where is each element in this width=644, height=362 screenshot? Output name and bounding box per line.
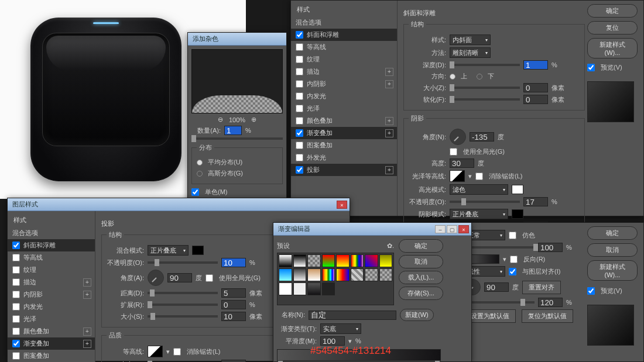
style-dropdown[interactable]: 内斜面▾ — [450, 35, 491, 45]
sh-mode-dropdown[interactable]: 正片叠底▾ — [450, 209, 508, 219]
chk-go2[interactable] — [12, 340, 20, 347]
cancel-button[interactable]: 取消 — [399, 255, 443, 268]
smooth-input[interactable] — [320, 336, 345, 346]
save-button[interactable]: 存储(S)... — [399, 287, 443, 300]
radio-uniform[interactable] — [197, 160, 203, 166]
style-satin[interactable]: 光泽 — [291, 102, 397, 115]
style-pat-overlay[interactable]: 图案叠加 — [291, 139, 397, 151]
make-default-button[interactable]: 设置为默认值 — [464, 309, 516, 323]
antialias-chk[interactable] — [173, 348, 181, 356]
hl-color[interactable] — [512, 185, 523, 194]
soften-input[interactable] — [523, 95, 548, 104]
scale-input[interactable] — [538, 298, 563, 307]
reverse-chk[interactable] — [510, 256, 518, 263]
style-inner-glow[interactable]: 内发光 — [291, 90, 397, 102]
chk-ig2[interactable] — [12, 303, 20, 311]
angle-dial[interactable] — [450, 129, 466, 145]
altitude-input[interactable] — [450, 158, 474, 168]
chk-satin[interactable] — [296, 105, 303, 112]
close-icon[interactable]: × — [337, 201, 347, 209]
contour-picker[interactable] — [148, 346, 163, 357]
style-blend-options[interactable]: 混合选项 — [8, 227, 95, 239]
chk-satin2[interactable] — [12, 315, 20, 323]
add-icon[interactable]: + — [385, 68, 393, 76]
ok-button[interactable]: 确定 — [587, 4, 638, 18]
go-opacity-slider[interactable] — [464, 246, 535, 249]
angle-input[interactable] — [167, 273, 192, 282]
zoom-out-icon[interactable]: ⊖ — [218, 116, 223, 123]
chk-is2[interactable] — [12, 291, 20, 298]
chk-innershadow[interactable] — [296, 80, 303, 88]
size-input[interactable] — [523, 83, 548, 92]
style-satin[interactable]: 光泽 — [8, 313, 95, 325]
preview-chk[interactable] — [587, 287, 595, 295]
name-input[interactable] — [309, 311, 396, 320]
new-button[interactable]: 新建(W) — [400, 309, 434, 321]
distance-input[interactable] — [221, 288, 246, 298]
dither-chk[interactable] — [509, 232, 516, 239]
style-drop-shadow[interactable]: 投影+ — [291, 164, 397, 176]
size-slider[interactable] — [148, 315, 218, 318]
size-slider[interactable] — [450, 87, 520, 89]
hl-opacity-slider[interactable] — [450, 201, 520, 203]
chk-contour2[interactable] — [12, 254, 20, 261]
radio-gaussian[interactable] — [197, 171, 203, 177]
hl-opacity-input[interactable] — [523, 197, 548, 206]
reset-default-button[interactable]: 复位为默认值 — [522, 309, 573, 323]
add-icon[interactable]: + — [385, 166, 393, 174]
style-stroke[interactable]: 描边+ — [8, 276, 95, 288]
chk-stroke[interactable] — [296, 68, 303, 75]
angle-dial[interactable] — [148, 270, 164, 286]
chevron-down-icon[interactable]: ▾ — [166, 348, 170, 356]
global-light-chk[interactable] — [205, 274, 213, 282]
style-color-overlay[interactable]: 颜色叠加+ — [291, 115, 397, 127]
add-icon[interactable]: + — [83, 278, 91, 287]
chk-co2[interactable] — [12, 327, 20, 335]
amount-slider[interactable] — [191, 137, 283, 140]
style-blend-options[interactable]: 混合选项 — [291, 16, 397, 29]
go-angle-input[interactable] — [484, 282, 509, 292]
spread-slider[interactable] — [148, 304, 218, 306]
style-grad-overlay[interactable]: 渐变叠加+ — [291, 127, 397, 139]
chevron-down-icon[interactable]: ▾ — [503, 256, 506, 263]
gear-icon[interactable]: ✿. — [387, 242, 394, 250]
chk-contour[interactable] — [296, 43, 303, 51]
reset-button[interactable]: 复位 — [587, 21, 638, 35]
angle-input[interactable] — [470, 132, 494, 142]
style-bevel[interactable]: 斜面和浮雕 — [8, 239, 95, 251]
chk-gradoverlay[interactable] — [296, 129, 303, 137]
add-icon[interactable]: + — [385, 129, 393, 137]
style-contour[interactable]: 等高线 — [291, 41, 397, 53]
hl-mode-dropdown[interactable]: 滤色▾ — [450, 184, 508, 195]
ok-button[interactable]: 确定 — [399, 239, 443, 253]
chk-dropshadow[interactable] — [296, 166, 303, 174]
opacity-slider[interactable] — [148, 261, 218, 264]
add-icon[interactable]: + — [83, 340, 91, 348]
chk-stroke2[interactable] — [12, 278, 20, 286]
chk-bevel[interactable] — [296, 31, 303, 39]
titlebar[interactable]: 渐变编辑器 – ▢ × — [273, 223, 471, 236]
style-stroke[interactable]: 描边+ — [291, 65, 397, 78]
add-icon[interactable]: + — [385, 80, 393, 88]
chk-outerglow[interactable] — [296, 154, 303, 161]
chk-patoverlay[interactable] — [296, 142, 303, 149]
sh-color[interactable] — [512, 209, 523, 219]
chk-texture2[interactable] — [12, 266, 20, 274]
style-texture[interactable]: 纹理 — [291, 53, 397, 65]
antialias-chk[interactable] — [475, 173, 483, 180]
new-style-button[interactable]: 新建样式(W)... — [587, 260, 638, 281]
distance-slider[interactable] — [148, 292, 218, 294]
ok-button[interactable]: 确定 — [587, 226, 638, 240]
style-outer-glow[interactable]: 外发光 — [291, 151, 397, 164]
noise-input[interactable] — [221, 360, 246, 362]
titlebar[interactable]: 添加杂色 — [188, 33, 286, 46]
spread-input[interactable] — [221, 300, 246, 309]
radio-down[interactable] — [477, 74, 482, 80]
add-icon[interactable]: + — [83, 291, 91, 299]
style-color-overlay[interactable]: 颜色叠加+ — [8, 325, 95, 337]
style-pat-overlay[interactable]: 图案叠加 — [8, 350, 95, 362]
titlebar[interactable]: 图层样式 × — [8, 198, 350, 211]
style-inner-shadow[interactable]: 内阴影+ — [291, 78, 397, 90]
preview-chk[interactable] — [587, 64, 595, 71]
mono-chk[interactable] — [191, 188, 199, 196]
